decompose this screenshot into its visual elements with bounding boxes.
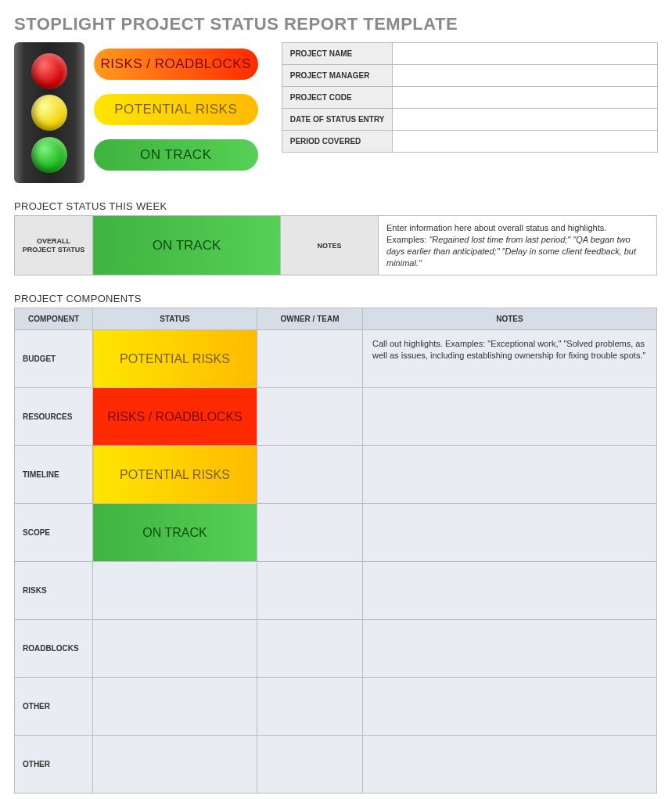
component-owner[interactable] [257, 446, 363, 504]
component-owner[interactable] [257, 504, 363, 562]
component-owner[interactable] [257, 678, 363, 736]
component-notes[interactable] [363, 388, 657, 446]
legend-red: RISKS / ROADBLOCKS [94, 49, 258, 80]
info-label: PROJECT MANAGER [282, 65, 393, 87]
component-notes[interactable] [363, 504, 657, 562]
component-status[interactable]: ON TRACK [93, 504, 257, 562]
overall-status-cell[interactable]: ON TRACK [93, 216, 281, 275]
component-owner[interactable] [257, 562, 363, 620]
stoplight-red-light [31, 53, 67, 89]
info-label: DATE OF STATUS ENTRY [282, 109, 393, 131]
component-status[interactable] [93, 736, 257, 794]
stoplight-yellow-light [31, 95, 67, 131]
section-title-week: PROJECT STATUS THIS WEEK [14, 200, 658, 212]
info-value[interactable] [393, 131, 658, 153]
component-name: RISKS [15, 562, 93, 620]
component-owner[interactable] [257, 620, 363, 678]
component-notes[interactable] [363, 562, 657, 620]
component-status[interactable]: POTENTIAL RISKS [93, 330, 257, 388]
info-value[interactable] [393, 65, 658, 87]
notes-label: NOTES [281, 216, 379, 275]
header-area: RISKS / ROADBLOCKS POTENTIAL RISKS ON TR… [14, 42, 658, 183]
component-notes[interactable] [363, 736, 657, 794]
component-status[interactable] [93, 562, 257, 620]
overall-notes-cell[interactable]: Enter information here about overall sta… [379, 216, 657, 275]
legend: RISKS / ROADBLOCKS POTENTIAL RISKS ON TR… [94, 42, 258, 171]
component-status[interactable]: POTENTIAL RISKS [93, 446, 257, 504]
info-value[interactable] [393, 43, 658, 65]
component-name: BUDGET [15, 330, 93, 388]
component-name: OTHER [15, 678, 93, 736]
component-status[interactable] [93, 678, 257, 736]
component-notes[interactable] [363, 620, 657, 678]
info-label: PERIOD COVERED [282, 131, 393, 153]
legend-green: ON TRACK [94, 139, 258, 171]
component-owner[interactable] [257, 388, 363, 446]
info-value[interactable] [393, 87, 658, 109]
page-title: STOPLIGHT PROJECT STATUS REPORT TEMPLATE [14, 14, 658, 34]
project-info-table: PROJECT NAMEPROJECT MANAGERPROJECT CODED… [282, 42, 658, 153]
col-status: STATUS [93, 308, 257, 330]
component-name: ROADBLOCKS [15, 620, 93, 678]
week-status-table: OVERALL PROJECT STATUS ON TRACK NOTES En… [14, 215, 657, 275]
component-notes[interactable] [363, 678, 657, 736]
component-owner[interactable] [257, 736, 363, 794]
component-status[interactable]: RISKS / ROADBLOCKS [93, 388, 257, 446]
component-status[interactable] [93, 620, 257, 678]
section-title-components: PROJECT COMPONENTS [14, 293, 658, 304]
component-owner[interactable] [257, 330, 363, 388]
overall-status-label: OVERALL PROJECT STATUS [15, 216, 93, 275]
info-label: PROJECT CODE [282, 87, 393, 109]
stoplight-green-light [31, 137, 67, 173]
components-table: COMPONENT STATUS OWNER / TEAM NOTES BUDG… [14, 308, 657, 794]
legend-yellow: POTENTIAL RISKS [94, 94, 258, 125]
col-component: COMPONENT [15, 308, 93, 330]
component-name: OTHER [15, 736, 93, 794]
stoplight-icon [14, 42, 84, 183]
col-owner: OWNER / TEAM [257, 308, 363, 330]
component-name: TIMELINE [15, 446, 93, 504]
info-value[interactable] [393, 109, 658, 131]
component-notes[interactable] [363, 446, 657, 504]
component-name: SCOPE [15, 504, 93, 562]
info-label: PROJECT NAME [282, 43, 393, 65]
col-notes: NOTES [363, 308, 657, 330]
component-notes[interactable]: Call out highlights. Examples: "Exceptio… [363, 330, 657, 388]
component-name: RESOURCES [15, 388, 93, 446]
